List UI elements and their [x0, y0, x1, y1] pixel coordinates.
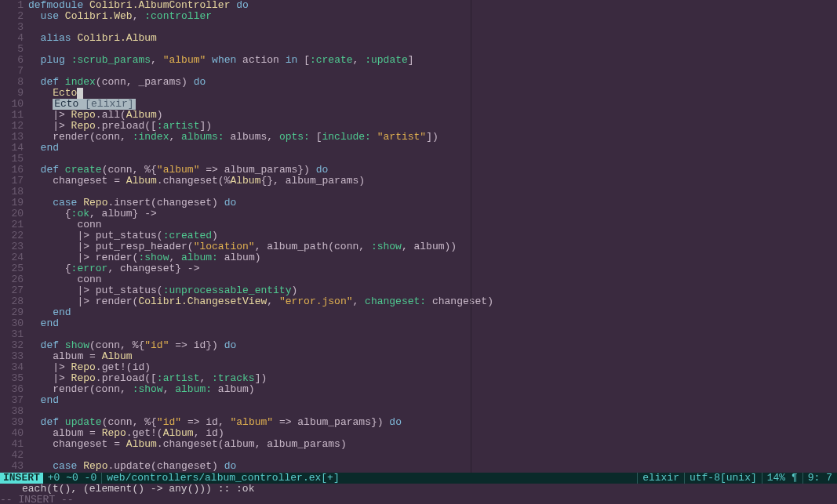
token-pl: , album_path(conn, — [255, 241, 371, 252]
code-line[interactable]: |> render(Colibri.ChangesetView, "error.… — [28, 296, 837, 307]
code-line[interactable]: |> Repo.all(Album) — [28, 110, 837, 121]
token-t1: Album — [102, 350, 133, 362]
code-line[interactable]: case Repo.update(changeset) do — [28, 461, 837, 472]
token-pl: , — [267, 296, 279, 307]
line-number: 33 — [0, 351, 24, 362]
code-line[interactable]: |> Repo.get!(id) — [28, 362, 837, 373]
code-line[interactable]: def create(conn, %{"album" => album_para… — [28, 165, 837, 176]
vertical-split[interactable] — [471, 0, 471, 473]
code-line[interactable] — [28, 22, 837, 33]
token-pl: ) — [157, 109, 163, 121]
line-number: 30 — [0, 318, 24, 329]
code-line[interactable] — [28, 154, 837, 165]
token-pl: .all( — [96, 109, 126, 121]
line-number: 17 — [0, 176, 24, 187]
token-pl — [28, 98, 53, 110]
code-line[interactable]: def index(conn, _params) do — [28, 77, 837, 88]
code-line[interactable]: plug :scrub_params, "album" when action … — [28, 55, 837, 66]
token-kw: end — [41, 394, 59, 406]
token-kw: alias — [41, 32, 71, 44]
text-cursor — [77, 88, 83, 99]
token-pl: => id, — [181, 416, 230, 428]
token-pl — [28, 339, 41, 351]
line-number: 22 — [0, 230, 24, 241]
token-atom: :update — [365, 54, 408, 66]
line-number: 15 — [0, 154, 24, 165]
token-t1: Repo — [71, 109, 96, 121]
code-line[interactable]: defmodule Colibri.AlbumController do — [28, 0, 837, 11]
code-line[interactable]: changeset = Album.changeset(%Album{}, al… — [28, 176, 837, 187]
token-pl: render(conn, — [28, 131, 133, 143]
code-line[interactable]: def update(conn, %{"id" => id, "album" =… — [28, 417, 837, 428]
token-kw: plug — [41, 54, 65, 66]
code-line[interactable]: render(conn, :show, album: album) — [28, 384, 837, 395]
token-atom: changeset: — [365, 296, 426, 307]
token-pl: render(conn, — [28, 383, 133, 395]
line-number: 5 — [0, 44, 24, 55]
token-fn: update — [65, 416, 102, 428]
token-pl: .preload([ — [96, 372, 157, 384]
token-pl: , — [169, 131, 181, 143]
code-line[interactable] — [28, 187, 837, 198]
status-percent: 14% ¶ — [762, 473, 802, 484]
line-number: 14 — [0, 143, 24, 154]
token-pl: |> render( — [28, 252, 138, 263]
code-line[interactable]: case Repo.insert(changeset) do — [28, 198, 837, 208]
token-pl — [28, 460, 53, 472]
code-line[interactable]: {:error, changeset} -> — [28, 263, 837, 274]
line-number: 4 — [0, 33, 24, 44]
code-line[interactable]: |> Repo.preload([:artist, :tracks]) — [28, 373, 837, 384]
line-number: 21 — [0, 219, 24, 230]
code-line[interactable]: end — [28, 307, 837, 318]
token-kw: end — [53, 306, 71, 318]
code-line[interactable] — [28, 406, 837, 417]
code-line[interactable] — [28, 66, 837, 77]
line-number: 43 — [0, 461, 24, 472]
token-pl: album) — [218, 252, 261, 263]
code-line[interactable] — [28, 44, 837, 55]
token-pl: action — [236, 54, 285, 66]
code-line[interactable]: |> render(:show, album: album) — [28, 252, 837, 263]
token-t1: Repo — [71, 372, 96, 384]
code-line[interactable] — [28, 450, 837, 461]
status-position: 9: 7 — [802, 473, 837, 484]
status-bar: INSERT +0 ~0 -0 web/controllers/album_co… — [0, 473, 837, 484]
code-line[interactable]: |> put_status(:unprocessable_entity) — [28, 285, 837, 296]
code-line[interactable]: conn — [28, 219, 837, 230]
code-line[interactable]: album = Album — [28, 351, 837, 362]
code-line[interactable]: album = Repo.get!(Album, id) — [28, 428, 837, 439]
line-number: 40 — [0, 428, 24, 439]
autocomplete-popup[interactable]: Ecto [elixir] — [53, 99, 135, 110]
token-pl: |> — [28, 361, 71, 373]
code-line[interactable]: end — [28, 395, 837, 406]
token-kw: do — [224, 460, 237, 472]
code-line[interactable]: Ecto [elixir] — [28, 99, 837, 110]
code-line[interactable]: Ecto — [28, 88, 837, 99]
token-kw: case — [53, 460, 77, 472]
token-pl: ] — [408, 54, 414, 66]
code-line[interactable]: alias Colibri.Album — [28, 33, 837, 44]
token-pl — [28, 10, 41, 22]
line-number: 16 — [0, 165, 24, 176]
code-area[interactable]: defmodule Colibri.AlbumController do use… — [28, 0, 837, 473]
code-line[interactable]: conn — [28, 274, 837, 285]
token-pl: conn — [28, 219, 102, 230]
code-line[interactable]: |> Repo.preload([:artist]) — [28, 121, 837, 132]
code-line[interactable]: use Colibri.Web, :controller — [28, 11, 837, 22]
code-line[interactable]: render(conn, :index, albums: albums, opt… — [28, 132, 837, 143]
code-line[interactable]: |> put_resp_header("location", album_pat… — [28, 241, 837, 252]
token-pl — [28, 197, 53, 208]
line-number: 11 — [0, 110, 24, 121]
code-line[interactable]: end — [28, 143, 837, 154]
token-pl: => album_params}) — [199, 164, 315, 176]
token-atom: opts: — [279, 131, 310, 143]
code-line[interactable]: |> put_status(:created) — [28, 230, 837, 241]
code-line[interactable]: end — [28, 318, 837, 329]
token-kw: do — [389, 416, 402, 428]
code-line[interactable]: {:ok, album} -> — [28, 208, 837, 219]
code-line[interactable]: def show(conn, %{"id" => id}) do — [28, 340, 837, 351]
code-line[interactable]: changeset = Album.changeset(album, album… — [28, 439, 837, 450]
line-number: 19 — [0, 198, 24, 208]
token-str: "id" — [157, 416, 181, 428]
code-line[interactable] — [28, 329, 837, 340]
